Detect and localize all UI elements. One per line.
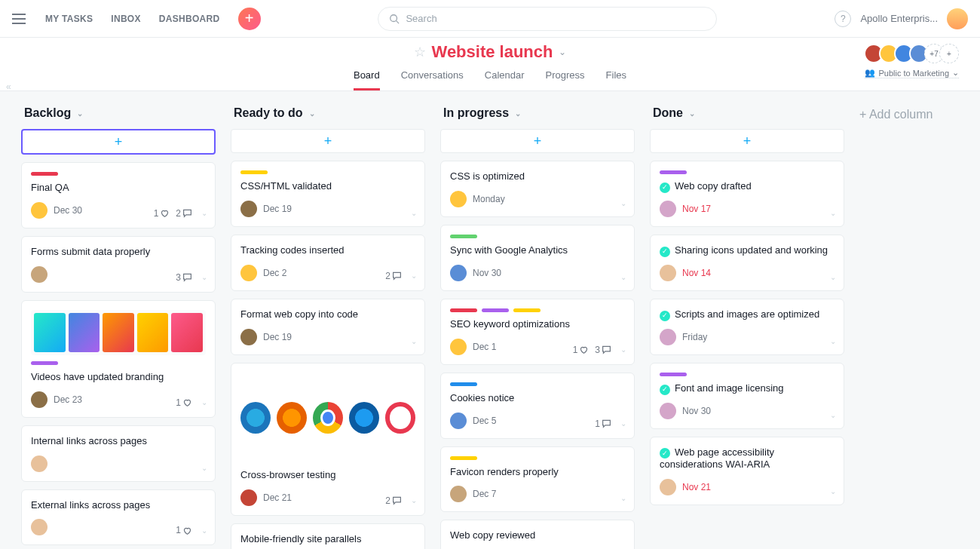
column-header[interactable]: Ready to do⌄ [231, 106, 425, 120]
task-card[interactable]: Mobile-friendly site parallels Dec 22 ⌄ [231, 523, 425, 549]
tab-files[interactable]: Files [606, 69, 626, 90]
assignee-avatar[interactable] [660, 403, 676, 419]
collapse-sidebar-icon[interactable]: « [6, 81, 11, 92]
comments-count[interactable]: 3 [595, 345, 611, 355]
tab-board[interactable]: Board [354, 69, 380, 90]
task-card[interactable]: ✓Sharing icons updated and working Nov 1… [650, 235, 844, 291]
card-menu-icon[interactable]: ⌄ [201, 273, 207, 281]
task-card[interactable]: Forms submit data properly 3⌄ [21, 236, 216, 293]
likes-count[interactable]: 1 [176, 397, 192, 408]
assignee-avatar[interactable] [450, 265, 467, 281]
add-card-button[interactable]: + [21, 129, 216, 155]
project-visibility[interactable]: 👥 Public to Marketing ⌄ [865, 68, 959, 78]
card-menu-icon[interactable]: ⌄ [201, 398, 207, 406]
nav-my-tasks[interactable]: MY TASKS [45, 14, 93, 24]
task-card[interactable]: Web copy reviewed Dec 9 ⌄ [440, 520, 635, 549]
assignee-avatar[interactable] [660, 265, 676, 281]
assignee-avatar[interactable] [31, 519, 47, 535]
assignee-avatar[interactable] [660, 329, 676, 345]
column-header[interactable]: In progress⌄ [440, 106, 635, 120]
comments-count[interactable]: 2 [385, 271, 402, 281]
likes-count[interactable]: 1 [573, 345, 590, 355]
task-card[interactable]: ✓Font and image licensing Nov 30 ⌄ [650, 363, 844, 429]
comments-count[interactable]: 1 [595, 419, 611, 429]
card-menu-icon[interactable]: ⌄ [830, 337, 836, 345]
task-card[interactable]: Internal links across pages ⌄ [21, 425, 216, 482]
card-menu-icon[interactable]: ⌄ [201, 526, 207, 535]
card-menu-icon[interactable]: ⌄ [411, 209, 417, 217]
task-card[interactable]: External links across pages 1⌄ [21, 489, 216, 546]
card-menu-icon[interactable]: ⌄ [830, 209, 836, 217]
tab-progress[interactable]: Progress [546, 69, 585, 90]
column-header[interactable]: Done⌄ [650, 106, 844, 120]
likes-count[interactable]: 1 [154, 208, 170, 219]
search-input[interactable]: Search [378, 7, 717, 31]
task-card[interactable]: Sync with Google Analytics Nov 30 ⌄ [440, 225, 635, 291]
task-card[interactable]: Tracking codes inserted Dec 2 2⌄ [231, 235, 425, 291]
assignee-avatar[interactable] [240, 265, 257, 281]
add-card-button[interactable]: + [650, 129, 844, 153]
add-member-button[interactable]: + [939, 44, 959, 63]
task-card[interactable]: Final QA Dec 30 12⌄ [21, 162, 216, 228]
assignee-avatar[interactable] [31, 266, 47, 283]
comments-count[interactable]: 2 [385, 495, 402, 506]
comments-count[interactable]: 3 [176, 272, 192, 283]
project-title[interactable]: Website launch [432, 42, 553, 62]
task-card[interactable]: Format web copy into code Dec 19 ⌄ [231, 299, 425, 355]
task-card[interactable]: Cross-browser testing Dec 21 2⌄ [231, 363, 425, 516]
card-menu-icon[interactable]: ⌄ [411, 337, 417, 345]
task-card[interactable]: CSS/HTML validated Dec 19 ⌄ [231, 161, 425, 227]
assignee-avatar[interactable] [31, 391, 47, 408]
help-icon[interactable]: ? [835, 11, 851, 27]
card-menu-icon[interactable]: ⌄ [620, 199, 626, 207]
card-menu-icon[interactable]: ⌄ [830, 487, 836, 495]
card-menu-icon[interactable]: ⌄ [620, 345, 626, 354]
task-card[interactable]: ✓Web copy drafted Nov 17 ⌄ [650, 161, 844, 227]
card-menu-icon[interactable]: ⌄ [620, 419, 626, 428]
assignee-avatar[interactable] [450, 413, 467, 429]
assignee-avatar[interactable] [240, 329, 257, 345]
assignee-avatar[interactable] [31, 455, 47, 472]
project-members[interactable]: +7 + [868, 44, 959, 63]
likes-count[interactable]: 1 [176, 525, 192, 535]
card-menu-icon[interactable]: ⌄ [411, 496, 417, 505]
comments-count[interactable]: 2 [176, 208, 192, 219]
task-card[interactable]: Favicon renders properly Dec 7 ⌄ [440, 446, 635, 513]
add-column-button[interactable]: + Add column [859, 106, 933, 121]
add-card-button[interactable]: + [440, 129, 635, 153]
assignee-avatar[interactable] [240, 489, 257, 506]
tab-calendar[interactable]: Calendar [485, 69, 525, 90]
add-card-button[interactable]: + [231, 129, 425, 153]
assignee-avatar[interactable] [450, 339, 467, 355]
hamburger-menu-icon[interactable] [12, 10, 30, 28]
column-header[interactable]: Backlog⌄ [21, 106, 216, 120]
card-menu-icon[interactable]: ⌄ [830, 411, 836, 419]
project-dropdown-icon[interactable]: ⌄ [559, 47, 566, 57]
card-menu-icon[interactable]: ⌄ [620, 494, 626, 502]
task-card[interactable]: Cookies notice Dec 5 1⌄ [440, 373, 635, 439]
task-card[interactable]: ✓Scripts and images are optimized Friday… [650, 299, 844, 355]
favorite-star-icon[interactable]: ☆ [414, 44, 426, 60]
tab-conversations[interactable]: Conversations [401, 69, 464, 90]
workspace-name[interactable]: Apollo Enterpris... [860, 13, 938, 24]
card-menu-icon[interactable]: ⌄ [620, 273, 626, 281]
task-card[interactable]: CSS is optimized Monday ⌄ [440, 161, 635, 217]
assignee-avatar[interactable] [450, 191, 467, 207]
nav-dashboard[interactable]: DASHBOARD [159, 14, 220, 24]
assignee-avatar[interactable] [31, 202, 47, 219]
card-menu-icon[interactable]: ⌄ [411, 271, 417, 280]
quick-add-button[interactable]: + [238, 8, 261, 30]
assignee-avatar[interactable] [450, 486, 467, 502]
task-card[interactable]: Videos have updated branding Dec 23 1⌄ [21, 300, 216, 418]
card-menu-icon[interactable]: ⌄ [830, 273, 836, 281]
user-avatar[interactable] [947, 8, 968, 29]
task-card[interactable]: ✓Web page accessibility considerations W… [650, 437, 844, 506]
due-date: Nov 14 [682, 268, 711, 278]
task-card[interactable]: SEO keyword optimizations Dec 1 13⌄ [440, 299, 635, 365]
assignee-avatar[interactable] [240, 201, 257, 217]
card-menu-icon[interactable]: ⌄ [201, 464, 207, 472]
nav-inbox[interactable]: INBOX [111, 14, 141, 24]
assignee-avatar[interactable] [660, 479, 676, 495]
assignee-avatar[interactable] [660, 201, 676, 217]
card-menu-icon[interactable]: ⌄ [201, 209, 207, 217]
